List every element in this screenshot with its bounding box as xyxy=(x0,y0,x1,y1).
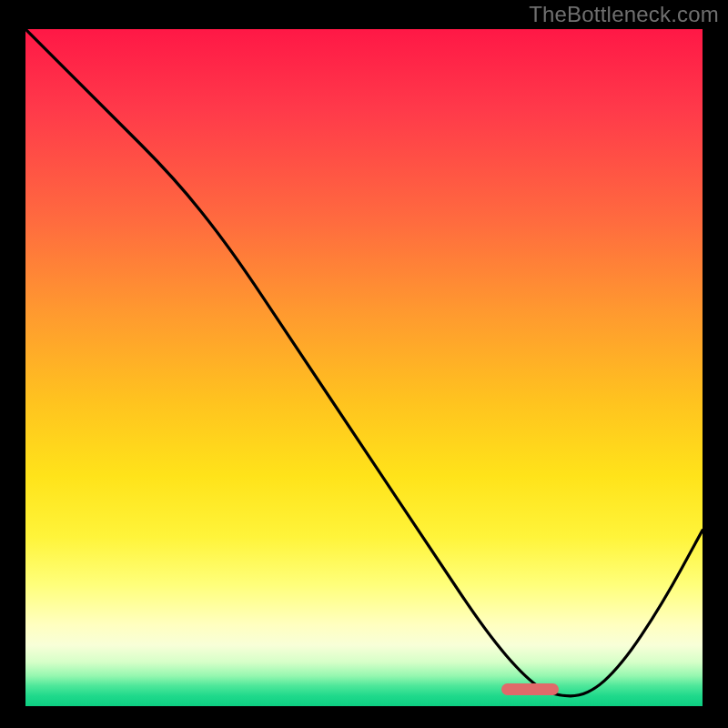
plot-area xyxy=(25,29,703,706)
bottleneck-curve xyxy=(25,29,703,706)
optimum-marker xyxy=(501,683,559,695)
watermark-text: TheBottleneck.com xyxy=(529,2,719,27)
chart-frame: TheBottleneck.com xyxy=(0,0,728,728)
